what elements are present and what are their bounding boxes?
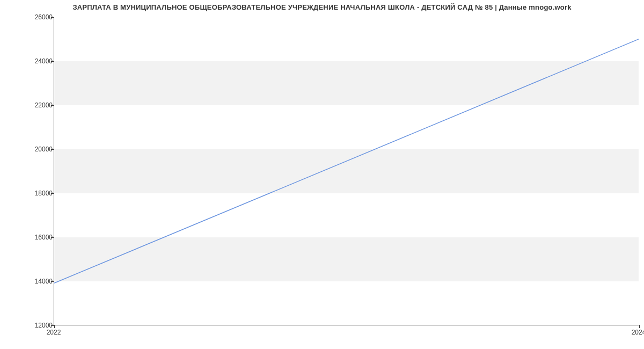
x-tick-label: 2024 xyxy=(632,329,644,336)
chart-title: ЗАРПЛАТА В МУНИЦИПАЛЬНОЕ ОБЩЕОБРАЗОВАТЕЛ… xyxy=(0,3,644,11)
y-tick-label: 20000 xyxy=(20,146,53,153)
y-tick-label: 14000 xyxy=(20,278,53,285)
salary-line-chart: ЗАРПЛАТА В МУНИЦИПАЛЬНОЕ ОБЩЕОБРАЗОВАТЕЛ… xyxy=(0,0,644,349)
data-line xyxy=(54,39,639,283)
x-tick xyxy=(54,325,55,328)
y-tick-label: 22000 xyxy=(20,101,53,109)
plot-area xyxy=(54,17,639,325)
line-layer xyxy=(54,17,639,325)
x-tick-label: 2022 xyxy=(47,329,61,336)
y-tick-label: 24000 xyxy=(20,57,53,65)
y-tick-label: 12000 xyxy=(20,322,53,329)
x-tick xyxy=(639,325,640,328)
y-tick-label: 18000 xyxy=(20,190,53,197)
y-tick-label: 26000 xyxy=(20,13,53,21)
y-tick-label: 16000 xyxy=(20,234,53,241)
